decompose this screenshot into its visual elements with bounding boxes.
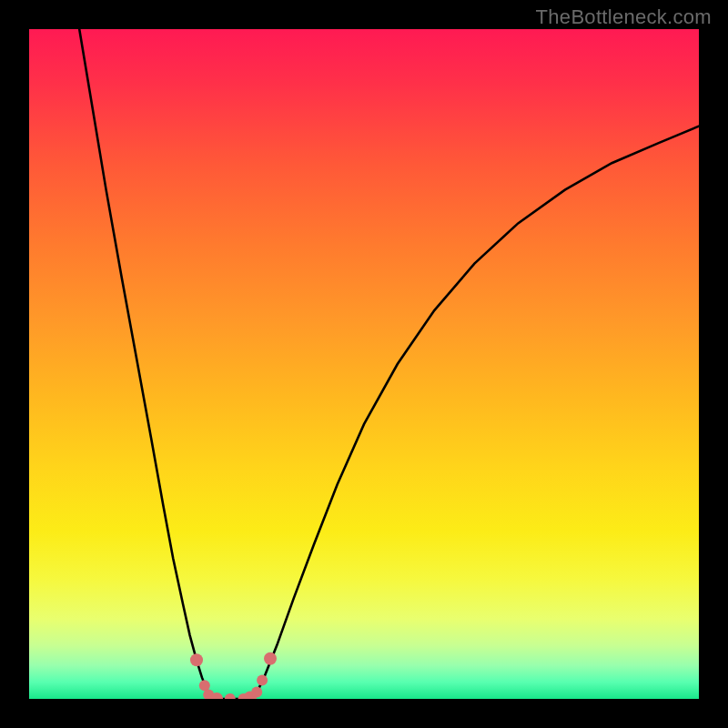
chart-frame: TheBottleneck.com — [0, 0, 728, 728]
curve-path — [79, 29, 699, 699]
bottleneck-curve — [29, 29, 699, 699]
data-points — [190, 652, 277, 699]
data-point — [251, 687, 262, 698]
chart-plot-area — [29, 29, 699, 699]
watermark-text: TheBottleneck.com — [536, 5, 712, 29]
data-point — [190, 653, 203, 666]
data-point — [225, 693, 236, 699]
data-point — [257, 674, 268, 685]
data-point — [199, 680, 210, 691]
data-point — [264, 652, 277, 665]
